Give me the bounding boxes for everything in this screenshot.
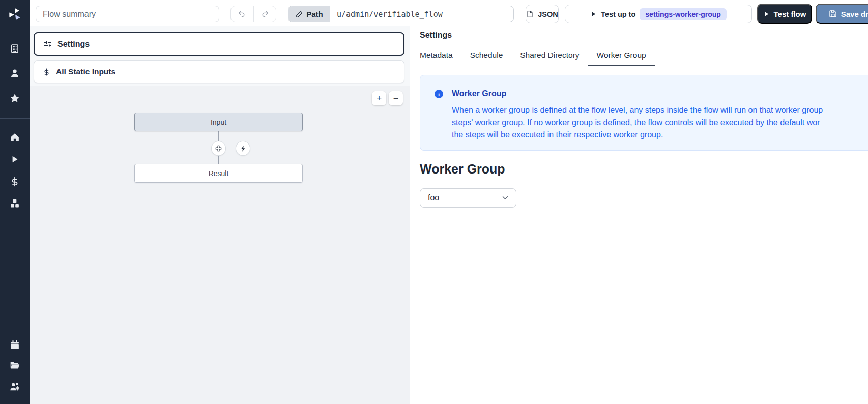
groups-cog-icon[interactable] [9, 381, 20, 392]
worker-group-select[interactable]: foo [420, 188, 516, 208]
zoom-in-label: + [377, 93, 382, 104]
tab-shared-directory[interactable]: Shared Directory [511, 48, 588, 66]
input-node[interactable]: Input [134, 113, 303, 131]
path-value[interactable]: u/admin/verifiable_flow [330, 6, 443, 22]
favorites-star-icon[interactable] [9, 93, 20, 104]
play-icon [763, 11, 770, 17]
tab-schedule[interactable]: Schedule [461, 48, 512, 66]
redo-button[interactable] [253, 6, 276, 22]
undo-redo-group [230, 6, 276, 22]
info-title: Worker Group [452, 89, 506, 98]
folders-icon[interactable] [10, 360, 20, 371]
undo-button[interactable] [231, 6, 253, 22]
runs-play-icon[interactable] [10, 155, 20, 164]
undo-icon [238, 10, 246, 18]
info-line: the steps will be executed in their resp… [452, 129, 868, 141]
trigger-bolt-button[interactable] [236, 141, 250, 155]
save-draft-label: Save draft [841, 10, 868, 18]
worker-group-heading: Worker Group [420, 162, 505, 177]
flow-module-strip: Settings All Static Inputs [30, 26, 410, 86]
play-icon [590, 11, 597, 17]
sidebar-divider [0, 118, 30, 119]
info-icon: i [435, 90, 443, 98]
workspace-building-icon[interactable] [10, 44, 20, 54]
sliders-icon [43, 40, 52, 48]
windmill-logo-icon[interactable] [7, 7, 22, 22]
test-up-to-target-badge: settings-worker-group [640, 8, 727, 20]
all-static-inputs-item[interactable]: All Static Inputs [34, 60, 404, 83]
test-up-to-label: Test up to [601, 10, 635, 18]
save-icon [829, 10, 837, 18]
result-node-label: Result [209, 169, 229, 178]
settings-panel-title: Settings [420, 31, 452, 40]
path-group: Path u/admin/verifiable_flow [288, 6, 514, 22]
redo-icon [261, 10, 269, 18]
resources-boxes-icon[interactable] [10, 198, 20, 209]
flow-graph-canvas[interactable]: Input Result + − [30, 86, 410, 404]
chevron-down-icon [501, 193, 510, 203]
variables-dollar-icon[interactable] [10, 177, 20, 187]
save-draft-button[interactable]: Save draft [816, 4, 868, 24]
zoom-out-label: − [393, 93, 399, 104]
flow-editor-region: Settings All Static Inputs Input [30, 26, 410, 404]
test-flow-label: Test flow [774, 10, 806, 18]
sidebar [0, 0, 30, 404]
add-step-button[interactable] [212, 141, 225, 155]
pencil-icon [296, 11, 303, 18]
schedules-calendar-icon[interactable] [10, 340, 20, 351]
json-button[interactable]: JSON [526, 5, 559, 23]
settings-panel: Settings Metadata Schedule Shared Direct… [410, 26, 868, 404]
flow-settings-item[interactable]: Settings [34, 32, 404, 56]
file-json-icon [526, 10, 534, 18]
info-line: When a worker group is defined at the fl… [452, 104, 868, 117]
windmill-flow-editor: Path u/admin/verifiable_flow JSON Test u… [0, 0, 868, 404]
result-node[interactable]: Result [134, 164, 303, 183]
flow-summary-input[interactable] [36, 6, 219, 22]
info-line: steps' worker group. If no worker group … [452, 117, 868, 129]
plus-icon [215, 145, 222, 152]
worker-group-value: foo [428, 193, 439, 203]
tab-worker-group[interactable]: Worker Group [588, 48, 655, 66]
path-label: Path [306, 10, 323, 18]
bolt-icon [240, 145, 247, 152]
user-icon[interactable] [10, 68, 20, 79]
input-node-label: Input [211, 118, 226, 126]
all-static-inputs-label: All Static Inputs [56, 67, 115, 76]
test-flow-button[interactable]: Test flow [757, 4, 812, 24]
dollar-icon [43, 68, 50, 76]
worker-group-info-box: i Worker Group When a worker group is de… [420, 75, 868, 151]
home-icon[interactable] [10, 132, 20, 143]
zoom-in-button[interactable]: + [372, 91, 386, 105]
zoom-out-button[interactable]: − [389, 91, 403, 105]
edit-path-button[interactable]: Path [288, 6, 330, 22]
topbar: Path u/admin/verifiable_flow JSON Test u… [30, 0, 868, 26]
flow-settings-label: Settings [57, 40, 90, 49]
test-up-to-button[interactable]: Test up to settings-worker-group [565, 5, 752, 23]
tab-metadata[interactable]: Metadata [420, 48, 461, 66]
settings-tabs: Metadata Schedule Shared Directory Worke… [410, 48, 868, 66]
json-label: JSON [538, 10, 558, 18]
